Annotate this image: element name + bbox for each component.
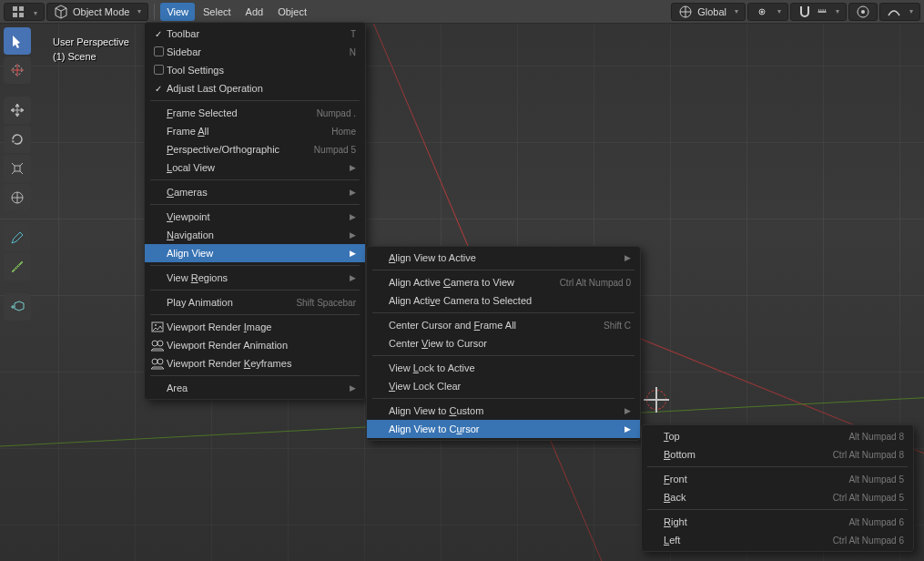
menuitem-frame-all[interactable]: Frame AllHome bbox=[145, 122, 365, 140]
menuitem-cursor-bottom[interactable]: BottomCtrl Alt Numpad 8 bbox=[642, 445, 913, 464]
menuitem-align-to-active[interactable]: Align View to Active bbox=[367, 249, 640, 267]
svg-point-13 bbox=[861, 10, 865, 14]
svg-point-18 bbox=[155, 324, 157, 326]
menuitem-view-regions[interactable]: View Regions bbox=[145, 269, 365, 287]
measure-icon bbox=[10, 260, 25, 274]
menuitem-cursor-front[interactable]: FrontAlt Numpad 5 bbox=[642, 470, 913, 488]
film-icon bbox=[150, 356, 167, 371]
menuitem-cursor-back[interactable]: BackCtrl Alt Numpad 5 bbox=[642, 488, 913, 506]
menuitem-navigation[interactable]: Navigation bbox=[145, 226, 365, 244]
magnet-icon bbox=[797, 5, 812, 19]
viewport-header: Object Mode View Select Add Object Globa… bbox=[0, 0, 924, 24]
cursor-3d-icon bbox=[10, 63, 25, 77]
menuitem-frame-selected[interactable]: Frame SelectedNumpad . bbox=[145, 104, 365, 122]
svg-point-22 bbox=[157, 359, 163, 364]
tool-scale[interactable] bbox=[4, 155, 31, 182]
perspective-line-2: (1) Scene bbox=[53, 49, 129, 64]
menuitem-local-view[interactable]: Local View bbox=[145, 158, 365, 177]
menuitem-cameras[interactable]: Cameras bbox=[145, 183, 365, 201]
image-icon bbox=[150, 320, 167, 334]
svg-point-21 bbox=[152, 359, 157, 364]
menuitem-tool-settings[interactable]: Tool Settings bbox=[145, 61, 365, 79]
svg-rect-8 bbox=[818, 9, 819, 11]
menuitem-area[interactable]: Area bbox=[145, 379, 365, 397]
left-toolbar bbox=[4, 27, 35, 321]
menuitem-align-view[interactable]: Align View bbox=[145, 244, 365, 262]
tool-measure[interactable] bbox=[4, 253, 31, 280]
menuitem-align-to-custom[interactable]: Align View to Custom bbox=[367, 402, 640, 420]
menuitem-center-frame-all[interactable]: Center Cursor and Frame AllShift C bbox=[367, 316, 640, 334]
proportional-falloff[interactable] bbox=[879, 3, 920, 21]
falloff-icon bbox=[887, 5, 901, 19]
menuitem-play-animation[interactable]: Play AnimationShift Spacebar bbox=[145, 293, 365, 311]
select-box-icon bbox=[10, 34, 25, 48]
menuitem-center-to-cursor[interactable]: Center View to Cursor bbox=[367, 334, 640, 352]
mode-dropdown[interactable]: Object Mode bbox=[46, 3, 148, 21]
tool-annotate[interactable] bbox=[4, 224, 31, 251]
annotate-icon bbox=[10, 230, 25, 245]
perspective-line-1: User Perspective bbox=[53, 35, 129, 49]
menuitem-align-cam-to-selected[interactable]: Align Active Camera to Selected bbox=[367, 291, 640, 310]
svg-rect-11 bbox=[825, 9, 826, 11]
svg-point-19 bbox=[152, 341, 157, 346]
proportional-toggle[interactable] bbox=[848, 3, 878, 21]
grid-icon bbox=[11, 5, 25, 19]
orientation-label: Global bbox=[697, 6, 726, 17]
menuitem-lock-to-active[interactable]: View Lock to Active bbox=[367, 359, 640, 377]
menuitem-align-cam-to-view[interactable]: Align Active Camera to ViewCtrl Alt Nump… bbox=[367, 273, 640, 291]
tool-move[interactable] bbox=[4, 97, 31, 124]
menu-align-to-cursor: TopAlt Numpad 8 BottomCtrl Alt Numpad 8 … bbox=[641, 424, 914, 552]
menuitem-vr-image[interactable]: Viewport Render Image bbox=[145, 318, 365, 336]
rotate-icon bbox=[10, 132, 25, 147]
snap-increment-icon bbox=[817, 5, 828, 19]
menuitem-adjust-last[interactable]: Adjust Last Operation bbox=[145, 79, 365, 97]
menu-view: ToolbarT SidebarN Tool Settings Adjust L… bbox=[144, 22, 366, 400]
move-icon bbox=[10, 103, 25, 117]
snap-dropdown[interactable] bbox=[790, 3, 847, 21]
proportional-icon bbox=[856, 5, 870, 19]
tool-add-cube[interactable] bbox=[4, 293, 31, 321]
menu-align-view: Align View to Active Align Active Camera… bbox=[366, 246, 641, 441]
svg-rect-10 bbox=[823, 9, 824, 11]
menu-view-button[interactable]: View bbox=[160, 3, 195, 21]
transform-icon bbox=[10, 190, 25, 205]
menuitem-toolbar[interactable]: ToolbarT bbox=[145, 25, 365, 43]
tool-cursor[interactable] bbox=[4, 56, 31, 84]
menuitem-viewpoint[interactable]: Viewpoint bbox=[145, 208, 365, 226]
svg-rect-0 bbox=[13, 6, 17, 11]
cube-icon bbox=[54, 5, 68, 19]
svg-rect-15 bbox=[15, 166, 20, 171]
menuitem-align-to-cursor[interactable]: Align View to Cursor bbox=[367, 420, 640, 438]
menuitem-cursor-right[interactable]: RightAlt Numpad 6 bbox=[642, 513, 913, 531]
menuitem-cursor-left[interactable]: LeftCtrl Alt Numpad 6 bbox=[642, 531, 913, 549]
menu-select-button[interactable]: Select bbox=[197, 3, 238, 21]
tool-rotate[interactable] bbox=[4, 126, 31, 153]
svg-rect-2 bbox=[13, 13, 17, 17]
menu-add-button[interactable]: Add bbox=[239, 3, 270, 21]
svg-rect-1 bbox=[19, 6, 24, 11]
menuitem-lock-clear[interactable]: View Lock Clear bbox=[367, 377, 640, 395]
svg-rect-9 bbox=[821, 9, 822, 11]
svg-rect-3 bbox=[19, 13, 24, 17]
editor-type-button[interactable] bbox=[4, 3, 45, 21]
add-cube-icon bbox=[10, 300, 25, 314]
tool-transform[interactable] bbox=[4, 184, 31, 211]
menuitem-cursor-top[interactable]: TopAlt Numpad 8 bbox=[642, 427, 913, 445]
orientation-icon bbox=[678, 5, 693, 19]
mode-label: Object Mode bbox=[73, 6, 129, 17]
menuitem-vr-anim[interactable]: Viewport Render Animation bbox=[145, 336, 365, 354]
pivot-icon bbox=[755, 5, 769, 19]
svg-point-6 bbox=[761, 10, 764, 13]
perspective-label: User Perspective (1) Scene bbox=[53, 35, 129, 64]
menuitem-sidebar[interactable]: SidebarN bbox=[145, 43, 365, 61]
scale-icon bbox=[10, 161, 25, 176]
menuitem-vr-keyframes[interactable]: Viewport Render Keyframes bbox=[145, 354, 365, 372]
menuitem-persp-ortho[interactable]: Perspective/OrthographicNumpad 5 bbox=[145, 140, 365, 158]
svg-point-20 bbox=[157, 341, 163, 346]
tool-select-box[interactable] bbox=[4, 27, 31, 55]
pivot-dropdown[interactable] bbox=[747, 3, 788, 21]
svg-rect-7 bbox=[818, 11, 827, 13]
menu-object-button[interactable]: Object bbox=[271, 3, 313, 21]
cursor-3d-gizmo[interactable] bbox=[646, 390, 666, 410]
orientation-dropdown[interactable]: Global bbox=[671, 3, 746, 21]
